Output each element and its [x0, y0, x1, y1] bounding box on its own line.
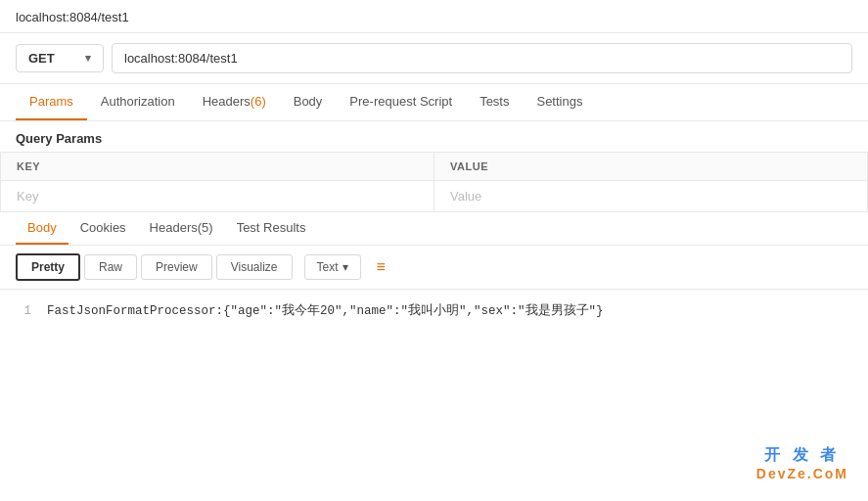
format-btn-preview[interactable]: Preview — [141, 254, 212, 280]
response-tab-headers[interactable]: Headers(5) — [138, 212, 225, 245]
tab-tests[interactable]: Tests — [466, 84, 523, 120]
col-header-value: VALUE — [434, 153, 868, 181]
method-label: GET — [28, 51, 55, 66]
response-tab-cookies[interactable]: Cookies — [69, 212, 138, 245]
tab-body[interactable]: Body — [280, 84, 337, 120]
url-input[interactable] — [112, 43, 852, 73]
url-bar: GET ▾ — [0, 33, 868, 84]
method-chevron-icon: ▾ — [85, 52, 91, 65]
method-selector[interactable]: GET ▾ — [16, 44, 104, 72]
code-content: FastJsonFormatProcessor:{"age":"我今年20","… — [47, 301, 604, 321]
text-format-label: Text — [317, 260, 339, 274]
response-tabs: Body Cookies Headers(5) Test Results — [0, 212, 868, 246]
watermark-top: 开 发 者 — [756, 445, 848, 466]
tab-params[interactable]: Params — [16, 84, 87, 120]
format-btn-visualize[interactable]: Visualize — [216, 254, 293, 280]
key-cell[interactable]: Key — [1, 181, 434, 212]
watermark-bottom: DevZe.CoM — [756, 466, 848, 481]
tab-prerequest[interactable]: Pre-request Script — [336, 84, 466, 120]
tab-settings[interactable]: Settings — [523, 84, 596, 120]
title-url: localhost:8084/test1 — [16, 10, 129, 24]
code-area: 1 FastJsonFormatProcessor:{"age":"我今年20"… — [0, 290, 868, 333]
format-bar: Pretty Raw Preview Visualize Text ▾ ≡ — [0, 246, 868, 290]
text-format-select[interactable]: Text ▾ — [304, 254, 361, 280]
request-tabs: Params Authorization Headers(6) Body Pre… — [0, 84, 868, 121]
query-params-title: Query Params — [0, 121, 868, 152]
table-row: Key Value — [1, 181, 868, 212]
title-bar: localhost:8084/test1 — [0, 0, 868, 33]
code-line-1: 1 FastJsonFormatProcessor:{"age":"我今年20"… — [16, 301, 852, 321]
tab-headers[interactable]: Headers(6) — [189, 84, 280, 120]
watermark: 开 发 者 DevZe.CoM — [756, 445, 848, 481]
response-tab-body[interactable]: Body — [16, 212, 69, 245]
filter-icon[interactable]: ≡ — [373, 254, 389, 280]
tab-authorization[interactable]: Authorization — [87, 84, 189, 120]
format-btn-raw[interactable]: Raw — [84, 254, 137, 280]
value-cell[interactable]: Value — [434, 181, 868, 212]
params-table: KEY VALUE Key Value — [0, 152, 868, 212]
line-number: 1 — [16, 301, 31, 321]
format-btn-pretty[interactable]: Pretty — [16, 253, 80, 281]
text-format-chevron-icon: ▾ — [343, 260, 348, 274]
response-tab-test-results[interactable]: Test Results — [225, 212, 318, 245]
col-header-key: KEY — [1, 153, 434, 181]
